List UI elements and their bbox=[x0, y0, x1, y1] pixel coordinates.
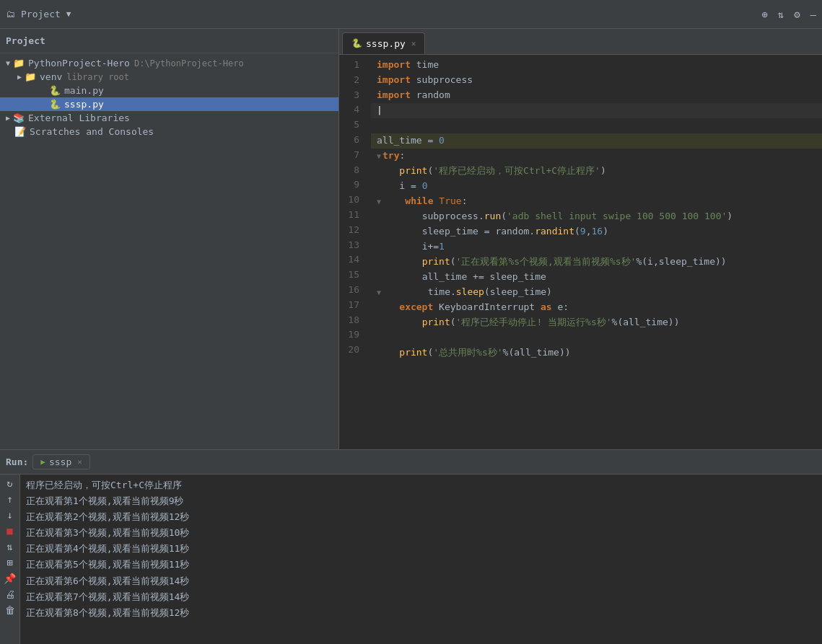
line-num-6: 6 bbox=[342, 133, 365, 148]
run-filter-icon[interactable]: ⇅ bbox=[6, 541, 12, 552]
run-output-line-7: 正在观看第7个视频,观看当前视频14秒 bbox=[26, 589, 816, 605]
code-content[interactable]: import timeimport subprocessimport rando… bbox=[371, 55, 822, 449]
sidebar-item-extlibs[interactable]: ▶📚External Libraries bbox=[0, 111, 338, 125]
run-softrap-icon[interactable]: ⊞ bbox=[6, 557, 12, 568]
code-line-14[interactable]: print('正在观看第%s个视频,观看当前视频%s秒'%(i,sleep_ti… bbox=[371, 255, 822, 270]
tab-close-button[interactable]: ✕ bbox=[411, 39, 416, 48]
fold-icon-line-10[interactable]: ▼ bbox=[377, 196, 381, 208]
sidebar: Project ▼📁PythonProject-HeroD:\PythonPro… bbox=[0, 29, 339, 449]
code-text-20: print('总共用时%s秒'%(all_time)) bbox=[377, 345, 571, 361]
code-editor[interactable]: 1234567891011121314151617181920 import t… bbox=[339, 55, 822, 449]
globe-icon[interactable]: ⊕ bbox=[761, 9, 767, 20]
line-num-12: 12 bbox=[342, 223, 365, 238]
line-num-15: 15 bbox=[342, 268, 365, 283]
line-num-13: 13 bbox=[342, 238, 365, 253]
sidebar-item-sssppy[interactable]: 🐍sssp.py bbox=[0, 97, 338, 111]
line-numbers: 1234567891011121314151617181920 bbox=[339, 55, 371, 449]
code-text-9: i = 0 bbox=[377, 179, 427, 194]
code-line-6[interactable]: all_time = 0 bbox=[371, 133, 822, 149]
fold-icon-line-16[interactable]: ▼ bbox=[377, 287, 381, 299]
main-area: Project ▼📁PythonProject-HeroD:\PythonPro… bbox=[0, 29, 822, 449]
code-line-11[interactable]: subprocess.run('adb shell input swipe 10… bbox=[371, 209, 822, 224]
code-line-18[interactable]: print('程序已经手动停止! 当期运行%s秒'%(all_time)) bbox=[371, 315, 822, 330]
dropdown-arrow[interactable]: ▼ bbox=[66, 9, 71, 19]
code-line-13[interactable]: i+=1 bbox=[371, 239, 822, 255]
tree-sublabel-pythonproject: D:\PythonProject-Hero bbox=[134, 58, 244, 69]
line-num-14: 14 bbox=[342, 252, 365, 268]
code-line-2[interactable]: import subprocess bbox=[371, 73, 822, 88]
line-num-19: 19 bbox=[342, 327, 365, 343]
line-num-4: 4 bbox=[342, 102, 365, 118]
line-num-8: 8 bbox=[342, 163, 365, 178]
code-text-16: time.sleep(sleep_time) bbox=[382, 285, 552, 300]
line-num-9: 9 bbox=[342, 177, 365, 193]
tab-label: sssp.py bbox=[366, 38, 406, 49]
run-stop-icon[interactable]: ■ bbox=[6, 525, 12, 537]
minimize-icon[interactable]: — bbox=[810, 9, 816, 20]
code-line-8[interactable]: print('程序已经启动，可按Ctrl+C停止程序') bbox=[371, 164, 822, 179]
run-tab-close[interactable]: ✕ bbox=[77, 457, 82, 467]
editor-tab-sssp[interactable]: 🐍 sssp.py ✕ bbox=[342, 32, 425, 54]
code-line-20[interactable]: print('总共用时%s秒'%(all_time)) bbox=[371, 345, 822, 361]
code-text-13: i+=1 bbox=[377, 239, 445, 255]
line-num-1: 1 bbox=[342, 58, 365, 73]
sidebar-item-mainpy[interactable]: 🐍main.py bbox=[0, 84, 338, 97]
run-tab-sssp[interactable]: ▶ sssp ✕ bbox=[32, 454, 90, 469]
run-output: 程序已经启动，可按Ctrl+C停止程序正在观看第1个视频,观看当前视频9秒正在观… bbox=[20, 475, 822, 644]
code-line-12[interactable]: sleep_time = random.randint(9,16) bbox=[371, 224, 822, 239]
code-line-15[interactable]: all_time += sleep_time bbox=[371, 270, 822, 285]
code-line-17[interactable]: except KeyboardInterrupt as e: bbox=[371, 300, 822, 315]
run-output-line-5: 正在观看第5个视频,观看当前视频11秒 bbox=[26, 557, 816, 573]
sidebar-header: Project bbox=[0, 29, 338, 53]
code-line-4[interactable] bbox=[371, 103, 822, 118]
line-num-16: 16 bbox=[342, 283, 365, 298]
run-output-line-1: 正在观看第1个视频,观看当前视频9秒 bbox=[26, 493, 816, 509]
settings-icon[interactable]: ⚙ bbox=[794, 9, 800, 20]
code-text-15: all_time += sleep_time bbox=[377, 270, 546, 285]
code-line-16[interactable]: ▼ time.sleep(sleep_time) bbox=[371, 285, 822, 300]
sidebar-item-pythonproject[interactable]: ▼📁PythonProject-HeroD:\PythonProject-Her… bbox=[0, 56, 338, 70]
run-restart-icon[interactable]: ↻ bbox=[6, 477, 12, 489]
tree-label-pythonproject: PythonProject-Hero bbox=[28, 58, 130, 69]
run-tab-label: sssp bbox=[49, 456, 71, 467]
tree-sublabel-venv: library root bbox=[66, 72, 129, 82]
tree-label-mainpy: main.py bbox=[64, 85, 104, 96]
run-output-line-2: 正在观看第2个视频,观看当前视频12秒 bbox=[26, 509, 816, 525]
code-text-3: import random bbox=[377, 88, 450, 103]
run-tab-icon: ▶ bbox=[40, 457, 45, 467]
code-line-5[interactable] bbox=[371, 118, 822, 133]
run-pin-icon[interactable]: 📌 bbox=[4, 573, 16, 584]
code-text-18: print('程序已经手动停止! 当期运行%s秒'%(all_time)) bbox=[377, 315, 680, 330]
tree-label-sssppy: sssp.py bbox=[64, 99, 104, 110]
line-num-10: 10 bbox=[342, 193, 365, 208]
sidebar-item-scratches[interactable]: 📝Scratches and Consoles bbox=[0, 125, 338, 138]
top-bar: 🗂 Project ▼ ⊕ ⇅ ⚙ — bbox=[0, 0, 822, 29]
code-text-12: sleep_time = random.randint(9,16) bbox=[377, 224, 608, 239]
code-line-1[interactable]: import time bbox=[371, 58, 822, 73]
line-num-20: 20 bbox=[342, 343, 365, 358]
code-line-9[interactable]: i = 0 bbox=[371, 179, 822, 194]
line-num-7: 7 bbox=[342, 148, 365, 163]
project-icon: 🗂 bbox=[6, 9, 15, 19]
run-output-line-4: 正在观看第4个视频,观看当前视频11秒 bbox=[26, 541, 816, 557]
code-line-3[interactable]: import random bbox=[371, 88, 822, 103]
sidebar-title-text: Project bbox=[6, 35, 45, 46]
tab-bar: 🐍 sssp.py ✕ bbox=[339, 29, 822, 55]
run-output-line-6: 正在观看第6个视频,观看当前视频14秒 bbox=[26, 573, 816, 589]
file-tree: ▼📁PythonProject-HeroD:\PythonProject-Her… bbox=[0, 53, 338, 449]
code-text-14: print('正在观看第%s个视频,观看当前视频%s秒'%(i,sleep_ti… bbox=[377, 255, 727, 270]
code-line-7[interactable]: ▼try: bbox=[371, 149, 822, 164]
fold-icon-line-7[interactable]: ▼ bbox=[377, 151, 381, 162]
line-num-5: 5 bbox=[342, 118, 365, 133]
run-scroll-down-icon[interactable]: ↓ bbox=[6, 509, 12, 521]
run-clear-icon[interactable]: 🗑 bbox=[5, 604, 15, 616]
sidebar-item-venv[interactable]: ▶📁venvlibrary root bbox=[0, 70, 338, 84]
tree-label-scratches: Scratches and Consoles bbox=[30, 126, 154, 137]
code-line-19[interactable] bbox=[371, 330, 822, 345]
run-output-line-0: 程序已经启动，可按Ctrl+C停止程序 bbox=[26, 477, 816, 493]
code-text-10: while True: bbox=[382, 194, 467, 209]
run-scroll-up-icon[interactable]: ↑ bbox=[6, 493, 12, 505]
arrows-icon[interactable]: ⇅ bbox=[778, 9, 784, 20]
run-print-icon[interactable]: 🖨 bbox=[5, 588, 15, 600]
code-line-10[interactable]: ▼ while True: bbox=[371, 194, 822, 209]
